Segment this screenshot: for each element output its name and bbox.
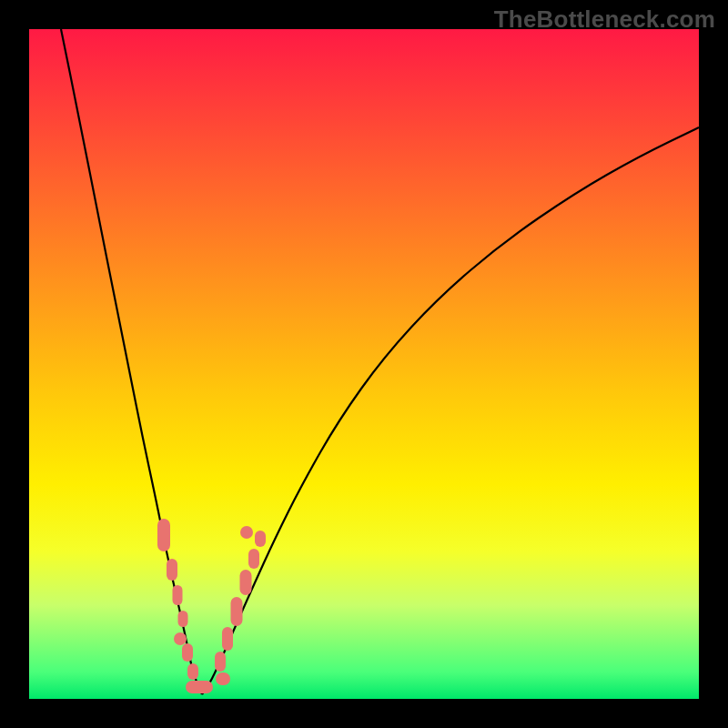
data-marker [174, 632, 187, 645]
data-marker [215, 652, 226, 672]
data-marker [248, 549, 259, 569]
data-marker [173, 585, 183, 605]
data-marker [186, 681, 213, 693]
data-marker [231, 597, 243, 626]
data-marker [240, 526, 253, 539]
curve-layer [29, 29, 699, 699]
data-marker [222, 627, 233, 651]
chart-stage: TheBottleneck.com [0, 0, 728, 728]
data-marker [255, 531, 266, 547]
data-marker [157, 519, 170, 551]
curve-right-branch [202, 127, 699, 694]
data-marker [182, 643, 193, 662]
markers-group [157, 519, 266, 693]
data-marker [178, 611, 188, 627]
data-marker [187, 663, 198, 680]
data-marker [240, 570, 252, 595]
data-marker [216, 672, 230, 685]
plot-area [29, 29, 699, 699]
data-marker [167, 559, 177, 581]
